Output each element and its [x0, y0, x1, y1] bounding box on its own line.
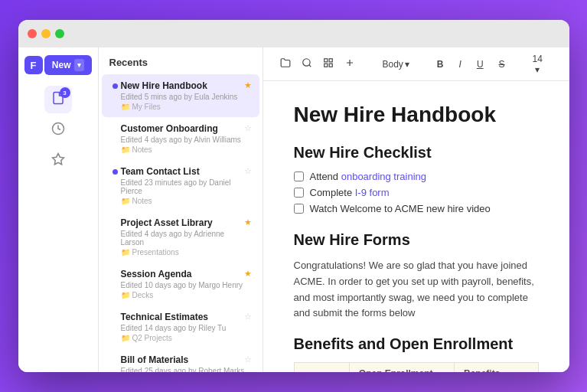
recent-item-title: Bill of Materials	[113, 354, 249, 365]
minimize-button[interactable]	[41, 29, 51, 38]
grid-toolbar-button[interactable]	[318, 55, 338, 73]
sidebar-item-clock[interactable]	[44, 116, 72, 144]
checklist-item: Watch Welcome to ACME new hire video	[294, 203, 539, 214]
document-title: New Hire Handbook	[294, 103, 539, 127]
active-dot	[113, 83, 118, 89]
traffic-lights	[28, 29, 64, 38]
search-toolbar-button[interactable]	[297, 55, 317, 73]
svg-marker-1	[52, 154, 64, 165]
recent-item-meta: Edited 10 days ago by Margo Henry	[121, 281, 249, 289]
recent-item-location: 📁 My Files	[121, 103, 249, 111]
star-icon[interactable]: ☆	[244, 312, 252, 322]
svg-rect-5	[329, 59, 332, 62]
checklist-heading: New Hire Checklist	[294, 144, 539, 162]
editor-area: Body ▾ B I U S 14 ▾ A	[263, 47, 569, 372]
recents-header: Recents	[99, 47, 263, 74]
list-item[interactable]: Project Asset Library Edited 4 days ago …	[102, 211, 259, 263]
svg-line-3	[308, 65, 311, 67]
checklist-checkbox[interactable]	[294, 204, 304, 214]
recent-item-meta: Edited 5 mins ago by Eula Jenkins	[121, 93, 249, 101]
sidebar-top: F New ▾	[18, 47, 98, 80]
folder-icon: 📁	[121, 145, 130, 154]
checklist-checkbox[interactable]	[294, 172, 304, 181]
recent-item-meta: Edited 14 days ago by Riley Tu	[121, 324, 249, 332]
forms-description: Congratulations! We are so glad that you…	[294, 258, 539, 322]
app-logo: F	[24, 56, 43, 74]
font-size-selector[interactable]: 14 ▾	[528, 51, 547, 77]
new-button[interactable]: New ▾	[44, 55, 92, 75]
recent-item-meta: Edited 4 days ago by Adrienne Larson	[121, 230, 249, 247]
star-icon[interactable]: ★	[244, 217, 252, 227]
new-hire-checklist: Attend onboarding training Complete I-9 …	[294, 171, 539, 214]
sidebar: F New ▾ 3	[18, 47, 99, 372]
folder-icon: 📁	[121, 197, 130, 205]
onboarding-training-link[interactable]: onboarding training	[341, 171, 426, 182]
close-button[interactable]	[28, 29, 37, 38]
folder-icon: 📁	[121, 248, 130, 256]
recent-item-title: New Hire Handbook	[113, 80, 249, 91]
folder-icon: 📁	[121, 334, 130, 342]
font-color-button[interactable]: A	[566, 57, 569, 72]
app-window: F New ▾ 3	[18, 20, 569, 372]
forms-heading: New Hire Forms	[294, 231, 539, 249]
folder-icon: 📁	[121, 291, 130, 299]
list-item[interactable]: New Hire Handbook Edited 5 mins ago by E…	[102, 74, 259, 117]
checklist-item: Attend onboarding training	[294, 171, 539, 182]
recent-item-title: Team Contact List	[113, 166, 249, 177]
table-header-benefits: Benefits	[294, 363, 349, 372]
sidebar-item-documents[interactable]: 3	[44, 86, 72, 113]
list-item[interactable]: Session Agenda Edited 10 days ago by Mar…	[102, 263, 259, 305]
recents-list: New Hire Handbook Edited 5 mins ago by E…	[99, 74, 263, 372]
sidebar-icons: 3	[18, 80, 98, 372]
star-icon[interactable]: ☆	[244, 166, 252, 176]
recent-item-location: 📁 Decks	[121, 291, 249, 299]
sidebar-item-starred[interactable]	[44, 147, 72, 175]
chevron-down-icon: ▾	[535, 64, 540, 75]
checklist-checkbox[interactable]	[294, 188, 304, 198]
star-icon[interactable]: ☆	[244, 354, 252, 364]
svg-rect-7	[329, 64, 332, 67]
strikethrough-button[interactable]: S	[494, 57, 510, 72]
folder-toolbar-button[interactable]	[276, 55, 295, 73]
recent-item-meta: Edited 25 days ago by Robert Marks	[121, 367, 249, 372]
svg-rect-6	[324, 64, 327, 67]
star-icon[interactable]: ★	[244, 80, 252, 90]
recents-panel: Recents New Hire Handbook Edited 5 mins …	[99, 47, 263, 372]
folder-icon: 📁	[121, 103, 130, 111]
bold-button[interactable]: B	[432, 57, 448, 72]
titlebar	[18, 20, 569, 47]
list-item[interactable]: Bill of Materials Edited 25 days ago by …	[102, 348, 259, 372]
recent-item-location: 📁 Presentations	[121, 248, 249, 256]
recent-item-location: 📁 Notes	[121, 145, 249, 154]
editor-content[interactable]: New Hire Handbook New Hire Checklist Att…	[263, 81, 569, 372]
recent-item-location: 📁 Q2 Projects	[121, 334, 249, 342]
maximize-button[interactable]	[55, 29, 64, 38]
new-dropdown-arrow[interactable]: ▾	[74, 59, 84, 71]
underline-button[interactable]: U	[472, 57, 488, 72]
editor-toolbar: Body ▾ B I U S 14 ▾ A	[263, 47, 569, 81]
svg-point-2	[302, 59, 309, 66]
insert-toolbar-button[interactable]	[340, 55, 360, 73]
chevron-down-icon: ▾	[405, 59, 409, 70]
text-style-selector[interactable]: Body ▾	[378, 57, 414, 72]
documents-badge: 3	[60, 87, 70, 98]
recent-item-meta: Edited 4 days ago by Alvin Williams	[121, 136, 249, 144]
list-item[interactable]: Team Contact List Edited 23 minutes ago …	[102, 160, 259, 211]
clock-icon	[51, 122, 65, 139]
table-header-enrollment: Open Enrollment Dates	[349, 363, 454, 372]
list-item[interactable]: Customer Onboarding Edited 4 days ago by…	[102, 117, 259, 160]
star-icon[interactable]: ★	[244, 269, 252, 279]
checklist-item: Complete I-9 form	[294, 187, 539, 198]
recent-item-title: Technical Estimates	[113, 312, 249, 322]
recent-item-title: Session Agenda	[113, 269, 249, 279]
benefits-table: Benefits Open Enrollment Dates Benefits …	[294, 362, 539, 372]
toolbar-file-group	[276, 55, 360, 73]
table-header-partners: Benefits Partners	[454, 363, 538, 372]
star-icon[interactable]: ☆	[244, 123, 252, 133]
star-sidebar-icon	[51, 152, 65, 169]
i9-form-link[interactable]: I-9 form	[355, 187, 390, 198]
italic-button[interactable]: I	[455, 57, 466, 72]
recent-item-title: Customer Onboarding	[113, 123, 249, 134]
recent-item-location: 📁 Notes	[121, 197, 249, 205]
list-item[interactable]: Technical Estimates Edited 14 days ago b…	[102, 305, 259, 348]
